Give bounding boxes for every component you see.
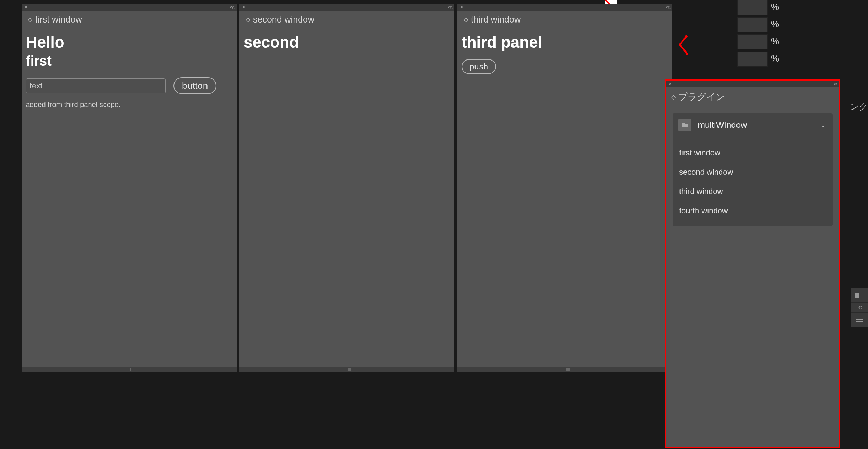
plugin-tab-title: プラグイン [678,91,725,103]
panel-content: third panel push [457,28,672,367]
plugin-item-fourth-window[interactable]: fourth window [678,201,827,221]
panel-footer [457,367,672,372]
panel-heading-2: first [26,53,232,69]
push-button[interactable]: push [462,59,496,74]
panel-first-window: × << ◇ first window Hello first button a… [22,4,237,372]
panel-third-window: × << ◇ third window third panel push [457,4,672,372]
panel-header: × << [239,4,454,11]
panel-tab-third[interactable]: ◇ third window [457,11,527,28]
panel-content: second [239,28,454,367]
percent-symbol-1: % [771,1,779,13]
workspace: × << ◇ first window Hello first button a… [22,4,672,372]
panel-content: Hello first button added from third pane… [22,28,237,367]
plugin-panel: × << ◇ プラグイン multiWIndow ⌄ first window … [665,79,840,448]
plugin-body: multiWIndow ⌄ first window second window… [666,106,839,233]
plugin-item-second-window[interactable]: second window [678,163,827,182]
panel-tab-first[interactable]: ◇ first window [22,11,89,28]
collapse-icon[interactable]: << [666,4,669,10]
tab-title: second window [253,14,314,25]
right-sidebar: << [851,288,868,327]
panel-header: × << [22,4,237,11]
percent-field-4[interactable] [737,52,768,67]
plugin-title-row[interactable]: multiWIndow ⌄ [678,119,827,138]
grip-icon[interactable] [566,368,572,371]
close-icon[interactable]: × [24,4,28,10]
resize-vertical-icon: ◇ [464,16,468,23]
plugin-item-first-window[interactable]: first window [678,143,827,163]
text-input[interactable] [26,78,166,93]
collapse-icon[interactable]: << [448,4,452,10]
resize-vertical-icon: ◇ [671,93,676,100]
percent-symbol-2: % [771,19,779,30]
button[interactable]: button [173,77,216,94]
resize-vertical-icon: ◇ [246,16,250,23]
panel-tab-second[interactable]: ◇ second window [239,11,321,28]
tab-title: first window [35,14,82,25]
collapse-icon[interactable]: << [834,82,837,87]
percent-field-1[interactable] [737,0,768,15]
panel-header: × << [457,4,672,11]
panel-footer [22,367,237,372]
panel-heading-1: third panel [462,33,668,51]
tab-title: third window [471,14,521,25]
panel-heading-1: second [244,33,450,51]
plugin-panel-header: × << [666,81,839,87]
plugin-card: multiWIndow ⌄ first window second window… [673,113,833,226]
percent-field-2[interactable] [737,17,768,32]
chevron-down-icon[interactable]: ⌄ [820,121,826,129]
sidebar-list-icon[interactable] [851,313,868,327]
percent-symbol-3: % [771,36,779,47]
grip-icon[interactable] [348,368,354,371]
percent-symbol-4: % [771,53,779,64]
close-icon[interactable]: × [668,82,671,87]
right-fragment-text: ンク [850,101,868,112]
close-icon[interactable]: × [242,4,245,10]
plugin-name: multiWIndow [698,120,747,130]
plugin-item-third-window[interactable]: third window [678,182,827,201]
sidebar-panel-icon[interactable] [851,288,868,303]
grip-icon[interactable] [130,368,136,371]
panel-heading-1: Hello [26,33,232,51]
input-row: button [26,77,232,94]
svg-rect-1 [855,293,859,298]
footer-message: added from third panel scope. [26,101,232,109]
sidebar-collapse-icon[interactable]: << [851,303,868,313]
percent-field-3[interactable] [737,34,768,49]
plugin-tab[interactable]: ◇ プラグイン [666,87,839,106]
panel-footer [239,367,454,372]
close-icon[interactable]: × [460,4,463,10]
folder-icon [678,119,691,131]
panel-second-window: × << ◇ second window second [239,4,454,372]
collapse-icon[interactable]: << [230,4,234,10]
resize-vertical-icon: ◇ [28,16,32,23]
